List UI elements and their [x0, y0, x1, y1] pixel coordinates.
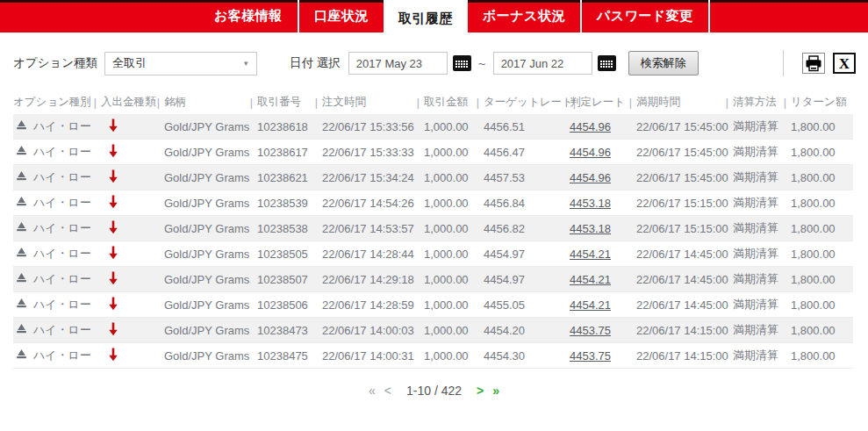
- table-row: ハイ・ロー Gold/JPY Grams 10238538 22/06/17 1…: [13, 216, 853, 241]
- col-order-time: 注文時間|: [322, 90, 424, 114]
- option-type-cell: ハイ・ロー: [33, 246, 91, 262]
- expiry-time-cell: 22/06/17 15:15:00: [636, 216, 733, 241]
- expiry-time-cell: 22/06/17 15:45:00: [636, 140, 733, 165]
- judged-rate-link[interactable]: 4453.75: [570, 324, 611, 337]
- top-nav: お客様情報 口座状況 取引履歴 ボーナス状況 パスワード変更: [0, 0, 868, 32]
- trade-number-cell: 10238475: [257, 343, 322, 369]
- order-time-cell: 22/06/17 15:33:56: [322, 114, 424, 140]
- order-time-cell: 22/06/17 14:28:44: [322, 241, 424, 267]
- judged-rate-link[interactable]: 4454.96: [570, 120, 611, 133]
- date-from-input[interactable]: [348, 52, 448, 75]
- down-arrow-icon: [108, 347, 118, 362]
- settle-method-cell: 満期清算: [733, 267, 791, 292]
- table-row: ハイ・ロー Gold/JPY Grams 10238617 22/06/17 1…: [13, 140, 853, 165]
- expiry-time-cell: 22/06/17 15:45:00: [636, 114, 733, 140]
- target-rate-cell: 4454.97: [484, 241, 570, 267]
- order-time-cell: 22/06/17 14:29:18: [322, 267, 424, 292]
- tab-account-status[interactable]: 口座状況: [299, 0, 384, 32]
- trader-icon: [16, 221, 27, 235]
- prev-page-button[interactable]: <: [380, 384, 396, 398]
- option-type-select[interactable]: 全取引 ▼: [104, 52, 257, 75]
- symbol-cell: Gold/JPY Grams: [164, 190, 257, 216]
- symbol-cell: Gold/JPY Grams: [164, 216, 257, 241]
- option-type-label: オプション種類: [13, 55, 97, 71]
- symbol-cell: Gold/JPY Grams: [164, 267, 257, 292]
- return-amount-cell: 1,800.00: [791, 216, 853, 241]
- table-row: ハイ・ロー Gold/JPY Grams 10238618 22/06/17 1…: [13, 114, 853, 140]
- trader-icon: [16, 348, 27, 363]
- judged-rate-link[interactable]: 4454.96: [570, 171, 611, 184]
- return-amount-cell: 1,800.00: [791, 140, 853, 165]
- table-header: オプション種別| 入出金種類| 銘柄| 取引番号| 注文時間| 取引金額| ター…: [13, 90, 853, 114]
- down-arrow-icon: [108, 194, 118, 209]
- return-amount-cell: 1,800.00: [791, 292, 853, 318]
- judged-rate-link[interactable]: 4454.96: [570, 146, 611, 159]
- tab-password-change[interactable]: パスワード変更: [582, 0, 710, 32]
- target-rate-cell: 4456.51: [484, 114, 570, 140]
- trade-number-cell: 10238538: [257, 216, 322, 241]
- page-range-label: 1-10 / 422: [406, 384, 462, 398]
- return-amount-cell: 1,800.00: [791, 241, 853, 267]
- target-rate-cell: 4456.82: [484, 216, 570, 241]
- trader-icon: [16, 145, 27, 159]
- symbol-cell: Gold/JPY Grams: [164, 140, 257, 165]
- col-return-amount: リターン額: [791, 90, 853, 114]
- table-row: ハイ・ロー Gold/JPY Grams 10238473 22/06/17 1…: [13, 318, 853, 343]
- expiry-time-cell: 22/06/17 14:45:00: [636, 292, 733, 318]
- down-arrow-icon: [108, 169, 118, 183]
- down-arrow-icon: [108, 270, 118, 285]
- settle-method-cell: 満期清算: [733, 140, 791, 165]
- option-type-cell: ハイ・ロー: [33, 271, 91, 287]
- excel-export-icon[interactable]: X: [833, 53, 856, 74]
- target-rate-cell: 4455.05: [484, 292, 570, 318]
- amount-cell: 1,000.00: [424, 140, 484, 165]
- return-amount-cell: 1,800.00: [791, 190, 853, 216]
- expiry-time-cell: 22/06/17 14:45:00: [636, 241, 733, 267]
- calendar-icon[interactable]: [453, 55, 471, 71]
- target-rate-cell: 4456.47: [484, 140, 570, 165]
- chevron-down-icon: ▼: [242, 60, 249, 68]
- amount-cell: 1,000.00: [424, 267, 484, 292]
- table-row: ハイ・ロー Gold/JPY Grams 10238621 22/06/17 1…: [13, 165, 853, 190]
- calendar-icon[interactable]: [598, 55, 616, 71]
- target-rate-cell: 4454.97: [484, 267, 570, 292]
- amount-cell: 1,000.00: [424, 114, 484, 140]
- judged-rate-link[interactable]: 4453.18: [570, 197, 611, 210]
- print-icon[interactable]: [802, 53, 825, 74]
- judged-rate-link[interactable]: 4453.75: [570, 349, 611, 363]
- date-to-input[interactable]: [493, 52, 592, 75]
- settle-method-cell: 満期清算: [733, 318, 791, 343]
- judged-rate-link[interactable]: 4454.21: [570, 273, 611, 286]
- last-page-button[interactable]: »: [488, 384, 504, 398]
- judged-rate-link[interactable]: 4453.18: [570, 222, 611, 235]
- return-amount-cell: 1,800.00: [791, 165, 853, 190]
- first-page-button[interactable]: «: [364, 384, 380, 398]
- trader-icon: [16, 323, 27, 337]
- tab-trade-history[interactable]: 取引履歴: [384, 0, 468, 38]
- col-symbol: 銘柄|: [164, 90, 257, 114]
- amount-cell: 1,000.00: [424, 241, 484, 267]
- down-arrow-icon: [108, 245, 118, 260]
- toolbar-divider: [783, 50, 784, 76]
- judged-rate-link[interactable]: 4454.21: [570, 248, 611, 261]
- order-time-cell: 22/06/17 14:28:59: [322, 292, 424, 318]
- trade-number-cell: 10238507: [257, 267, 322, 292]
- order-time-cell: 22/06/17 14:54:26: [322, 190, 424, 216]
- trader-icon: [16, 119, 27, 133]
- clear-search-button[interactable]: 検索解除: [628, 51, 699, 75]
- col-expiry-time: 満期時間|: [636, 90, 733, 114]
- settle-method-cell: 満期清算: [733, 216, 791, 241]
- return-amount-cell: 1,800.00: [791, 318, 853, 343]
- amount-cell: 1,000.00: [424, 216, 484, 241]
- option-type-selected-value: 全取引: [112, 55, 147, 71]
- trade-number-cell: 10238618: [257, 114, 322, 140]
- next-page-button[interactable]: >: [472, 384, 488, 398]
- tab-bonus-status[interactable]: ボーナス状況: [468, 0, 582, 32]
- trade-number-cell: 10238506: [257, 292, 322, 318]
- expiry-time-cell: 22/06/17 14:15:00: [636, 343, 733, 369]
- judged-rate-link[interactable]: 4454.21: [570, 298, 611, 312]
- settle-method-cell: 満期清算: [733, 343, 791, 369]
- date-select-label: 日付 選択: [290, 55, 341, 71]
- option-type-cell: ハイ・ロー: [33, 119, 91, 134]
- tab-customer-info[interactable]: お客様情報: [199, 0, 299, 32]
